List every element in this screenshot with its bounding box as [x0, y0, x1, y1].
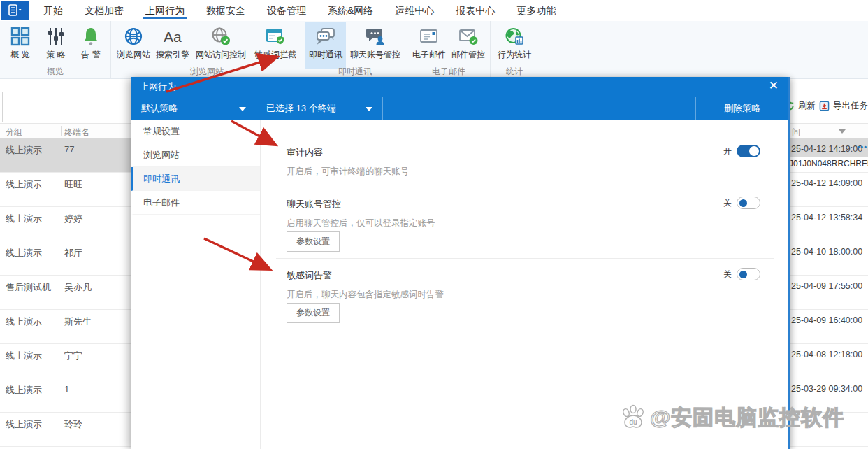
sensitive-word-block-icon [265, 26, 286, 47]
chevron-down-icon [239, 107, 246, 111]
cell-time: 25-04-12 14:19:00 [791, 144, 862, 154]
sidebar-item-browse[interactable]: 浏览网站 [131, 143, 260, 167]
button-label: 行为统计 [498, 49, 531, 61]
dialog-body: 常规设置 浏览网站 即时通讯 电子邮件 审计内容 开 开启后，可审计终端的聊天账… [131, 120, 788, 449]
ribbon-toolbar: 概 览 策 略 告 警 概览 [0, 21, 868, 79]
audit-content-toggle[interactable] [737, 145, 760, 157]
sidebar-item-email[interactable]: 电子邮件 [131, 191, 260, 215]
cell-device-id: J01J0N048RRCHRE5J... [789, 159, 868, 169]
ribbon-group-stats: 行为统计 统计 [491, 21, 538, 78]
cell-group: 线上演示 [6, 247, 42, 259]
cell-group: 线上演示 [6, 418, 42, 431]
table-row[interactable]: 线上演示 斯先生 [0, 310, 131, 344]
table-row[interactable]: 线上演示 祁厅 [0, 241, 131, 276]
table-row[interactable]: 25-03-29 09:34:00 [788, 378, 868, 413]
sensitive-word-block-button[interactable]: 敏感词拦截 [250, 22, 301, 69]
column-group[interactable]: 分组 [6, 127, 22, 138]
column-divider[interactable] [61, 126, 62, 136]
terminal-dropdown[interactable]: 已选择 13 个终端 [256, 97, 383, 120]
svg-text:Aa: Aa [164, 29, 182, 45]
mail-control-button[interactable]: 邮件管控 [449, 22, 488, 69]
group-filter-box[interactable] [2, 92, 135, 122]
im-chat-icon [315, 26, 336, 47]
export-task-button[interactable]: 导出任务 [833, 100, 868, 112]
cell-group: 线上演示 [6, 178, 42, 191]
dialog-content: 审计内容 开 开启后，可审计终端的聊天账号 聊天账号管控 关 启用聊天管控后，仅… [261, 120, 788, 449]
tab-report-center[interactable]: 报表中心 [456, 0, 495, 21]
tab-ops-center[interactable]: 运维中心 [395, 0, 434, 21]
terminal-table-header: 分组 终端名 [0, 123, 131, 138]
tab-internet-behavior[interactable]: 上网行为 [145, 0, 185, 21]
tab-system-network[interactable]: 系统&网络 [328, 0, 373, 21]
table-row[interactable]: 25-04-12 14:19:00 ••• J01J0N048RRCHRE5J.… [788, 138, 868, 173]
button-label: 告 警 [81, 49, 100, 61]
column-time[interactable]: 间 [792, 127, 800, 138]
table-row[interactable]: 25-04-09 16:40:00 [788, 310, 868, 344]
divider [276, 258, 774, 259]
column-terminal-name[interactable]: 终端名 [64, 127, 89, 138]
browse-site-button[interactable]: 浏览网站 [113, 22, 154, 69]
group-label: 统计 [491, 66, 538, 78]
email-button[interactable]: 电子邮件 [410, 22, 449, 69]
policy-dropdown[interactable]: 默认策略 [131, 97, 256, 120]
chat-account-control-button[interactable]: 聊天账号管控 [346, 22, 405, 69]
sensitive-word-param-button[interactable]: 参数设置 [287, 303, 340, 323]
ribbon-group-overview: 概 览 策 略 告 警 概览 [0, 21, 111, 78]
section-desc: 启用聊天管控后，仅可以登录指定账号 [287, 218, 435, 229]
overview-button[interactable]: 概 览 [2, 22, 38, 69]
table-row[interactable]: 25-04-09 17:55:00 [788, 276, 868, 310]
table-row[interactable]: 线上演示 玲玲 [0, 413, 131, 447]
chat-account-param-button[interactable]: 参数设置 [287, 231, 340, 252]
table-row[interactable]: 线上演示 旺旺 [0, 173, 131, 207]
chat-account-toggle[interactable] [737, 197, 760, 209]
table-row[interactable]: 25-04-12 14:09:00 [788, 173, 868, 207]
tab-doc-encryption[interactable]: 文档加密 [85, 0, 124, 21]
sidebar-item-general[interactable]: 常规设置 [131, 120, 260, 143]
cell-time: 25-04-09 17:55:00 [791, 281, 862, 291]
table-row[interactable]: 25-04-10 18:00:00 [788, 241, 868, 276]
cell-time: 25-04-08 12:18:00 [791, 350, 862, 359]
table-row[interactable] [788, 413, 868, 447]
group-label: 概览 [0, 66, 110, 78]
refresh-button[interactable]: 刷新 [798, 100, 816, 112]
time-column: 25-04-12 14:19:00 ••• J01J0N048RRCHRE5J.… [788, 138, 868, 447]
terminal-dropdown-value: 已选择 13 个终端 [266, 103, 336, 113]
email-icon [419, 26, 440, 47]
im-chat-button[interactable]: 即时通讯 [305, 22, 346, 69]
tab-start[interactable]: 开始 [43, 0, 63, 21]
tab-data-security[interactable]: 数据安全 [206, 0, 245, 21]
policy-sliders-icon [45, 26, 66, 47]
app-menu-button[interactable] [1, 1, 29, 20]
cell-group: 线上演示 [6, 213, 42, 225]
toggle-state-label: 关 [723, 269, 732, 280]
search-engine-button[interactable]: Aa 搜索引擎 [154, 22, 191, 69]
behavior-stats-button[interactable]: 行为统计 [493, 22, 536, 69]
filter-caret-icon[interactable] [839, 129, 846, 134]
section-desc: 开启后，聊天内容包含指定敏感词时告警 [287, 289, 444, 301]
tab-device-management[interactable]: 设备管理 [267, 0, 306, 21]
table-row[interactable]: 25-04-08 12:18:00 [788, 344, 868, 378]
sensitive-word-toggle[interactable] [737, 268, 760, 280]
overview-grid-icon [10, 26, 31, 47]
table-row[interactable]: 售后测试机 吴亦凡 [0, 276, 131, 310]
alert-button[interactable]: 告 警 [73, 22, 108, 69]
delete-policy-button[interactable]: 删除策略 [695, 97, 788, 120]
sidebar-item-im[interactable]: 即时通讯 [131, 167, 260, 191]
close-icon[interactable]: ✕ [769, 77, 779, 97]
group-label: 电子邮件 [407, 66, 490, 78]
table-row[interactable]: 25-04-12 13:58:34 [788, 207, 868, 241]
cell-terminal: 斯先生 [64, 315, 92, 328]
cell-group: 线上演示 [6, 144, 42, 157]
toggle-state-label: 开 [723, 145, 732, 157]
cell-time: 25-04-12 14:09:00 [791, 178, 862, 188]
table-row[interactable]: 线上演示 婷婷 [0, 207, 131, 241]
column-divider[interactable] [855, 126, 855, 136]
table-row[interactable]: 线上演示 1 [0, 378, 131, 413]
row-more-menu[interactable]: ••• [857, 143, 867, 151]
site-access-control-button[interactable]: 网站访问控制 [191, 22, 250, 69]
table-row[interactable]: 线上演示 宁宁 [0, 344, 131, 378]
tab-more-features[interactable]: 更多功能 [516, 0, 556, 21]
group-label: 即时通讯 [303, 66, 407, 78]
policy-button[interactable]: 策 略 [38, 22, 73, 69]
table-row[interactable]: 线上演示 77 [0, 138, 131, 173]
